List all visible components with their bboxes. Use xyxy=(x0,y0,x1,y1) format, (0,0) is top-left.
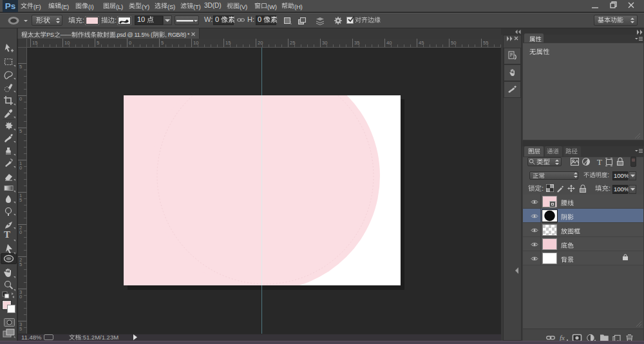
svg-text:40: 40 xyxy=(386,40,392,46)
svg-text:0: 0 xyxy=(129,40,131,46)
svg-text:0: 0 xyxy=(19,165,22,171)
svg-text:5: 5 xyxy=(19,326,22,332)
svg-text:0: 0 xyxy=(19,229,22,235)
svg-text:5: 5 xyxy=(19,128,22,134)
svg-text:5: 5 xyxy=(19,197,22,203)
svg-text:20: 20 xyxy=(258,40,263,46)
svg-text:15: 15 xyxy=(225,40,231,46)
svg-text:30: 30 xyxy=(322,40,327,46)
svg-text:15: 15 xyxy=(32,40,37,46)
svg-text:45: 45 xyxy=(419,40,424,46)
svg-text:5: 5 xyxy=(19,262,22,267)
svg-text:35: 35 xyxy=(354,40,359,46)
svg-text:10: 10 xyxy=(193,40,198,46)
svg-text:5: 5 xyxy=(97,40,99,46)
svg-text:25: 25 xyxy=(290,40,295,46)
svg-text:T: T xyxy=(597,157,602,167)
svg-text:50: 50 xyxy=(451,40,456,46)
svg-text:0: 0 xyxy=(19,294,22,300)
svg-text:5: 5 xyxy=(161,40,164,46)
svg-text:5: 5 xyxy=(19,64,22,70)
svg-text:10: 10 xyxy=(64,40,70,46)
svg-text:55: 55 xyxy=(483,40,488,46)
svg-text:0: 0 xyxy=(19,96,22,102)
